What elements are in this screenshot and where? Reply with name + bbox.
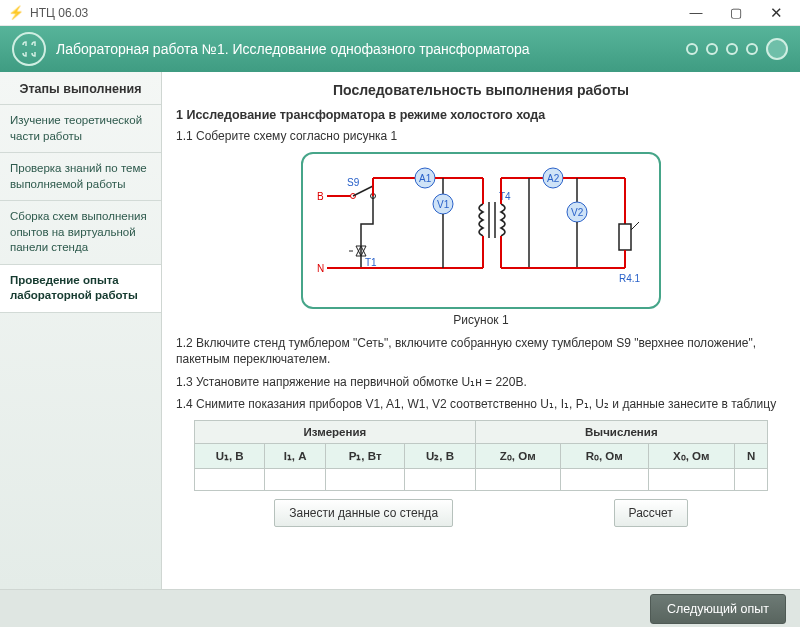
svg-text:T1: T1 [365,257,377,268]
logo-icon [12,32,46,66]
step-1-2: 1.2 Включите стенд тумблером "Сеть", вкл… [176,335,786,367]
sidebar-item-assembly[interactable]: Сборка схем выполнения опытов на виртуал… [0,200,161,265]
page-title: Последовательность выполнения работы [176,82,786,98]
step-dot-current[interactable] [766,38,788,60]
main-content: Последовательность выполнения работы 1 И… [162,72,800,589]
cell-r0[interactable] [560,468,648,490]
circuit-diagram: B N S9 T1 [313,164,649,294]
cell-n[interactable] [735,468,768,490]
step-dot-1[interactable] [686,43,698,55]
svg-text:N: N [317,263,324,274]
maximize-button[interactable]: ▢ [716,0,756,26]
sidebar-item-theory[interactable]: Изучение теоретической части работы [0,104,161,153]
table-row [195,468,768,490]
svg-text:V2: V2 [571,207,584,218]
minimize-button[interactable]: ― [676,0,716,26]
next-experiment-button[interactable]: Следующий опыт [650,594,786,624]
cell-i1[interactable] [265,468,326,490]
cell-u2[interactable] [405,468,475,490]
step-dot-3[interactable] [726,43,738,55]
col-p1: P₁, Вт [325,443,405,468]
sidebar-item-experiment[interactable]: Проведение опыта лабораторной работы [0,264,161,313]
sidebar-item-label: Изучение теоретической части работы [10,114,142,142]
col-x0: X₀, Ом [648,443,734,468]
button-label: Следующий опыт [667,602,769,616]
app-icon: ⚡ [8,5,24,20]
col-r0: R₀, Ом [560,443,648,468]
load-data-button[interactable]: Занести данные со стенда [274,499,453,527]
calculate-button[interactable]: Рассчет [614,499,688,527]
cell-p1[interactable] [325,468,405,490]
svg-line-41 [631,222,639,230]
step-1-4: 1.4 Снимите показания приборов V1, A1, W… [176,396,786,412]
figure-caption: Рисунок 1 [301,313,661,327]
sidebar: Этапы выполнения Изучение теоретической … [0,72,162,589]
svg-text:A1: A1 [419,173,432,184]
sidebar-item-label: Проверка знаний по теме выполняемой рабо… [10,162,147,190]
sidebar-item-label: Сборка схем выполнения опытов на виртуал… [10,210,147,253]
sidebar-header: Этапы выполнения [0,72,161,104]
footer-bar: Следующий опыт [0,589,800,627]
col-u1: U₁, В [195,443,265,468]
step-indicator [686,38,788,60]
data-table: Измерения Вычисления U₁, В I₁, А P₁, Вт … [194,420,768,491]
cell-x0[interactable] [648,468,734,490]
app-header: Лабораторная работа №1. Исследование одн… [0,26,800,72]
group-calculations: Вычисления [475,420,767,443]
step-dot-2[interactable] [706,43,718,55]
button-label: Занести данные со стенда [289,506,438,520]
svg-text:B: B [317,191,324,202]
col-u2: U₂, В [405,443,475,468]
sidebar-item-label: Проведение опыта лабораторной работы [10,274,138,302]
step-1-1: 1.1 Соберите схему согласно рисунка 1 [176,128,786,144]
circuit-figure: B N S9 T1 [301,152,661,327]
window-title: НТЦ 06.03 [30,6,88,20]
svg-text:A2: A2 [547,173,560,184]
close-button[interactable]: ✕ [756,0,796,26]
step-1-3: 1.3 Установите напряжение на первичной о… [176,374,786,390]
window-titlebar: ⚡ НТЦ 06.03 ― ▢ ✕ [0,0,800,26]
lab-title: Лабораторная работа №1. Исследование одн… [56,41,530,57]
svg-rect-40 [619,224,631,250]
group-measurements: Измерения [195,420,476,443]
sidebar-item-quiz[interactable]: Проверка знаний по теме выполняемой рабо… [0,152,161,201]
col-n: N [735,443,768,468]
cell-u1[interactable] [195,468,265,490]
svg-text:V1: V1 [437,199,450,210]
section-heading: 1 Исследование трансформатора в режиме х… [176,108,786,122]
svg-text:R4.1: R4.1 [619,273,641,284]
col-z0: Z₀, Ом [475,443,560,468]
svg-text:S9: S9 [347,177,360,188]
cell-z0[interactable] [475,468,560,490]
step-dot-4[interactable] [746,43,758,55]
button-label: Рассчет [629,506,673,520]
col-i1: I₁, А [265,443,326,468]
